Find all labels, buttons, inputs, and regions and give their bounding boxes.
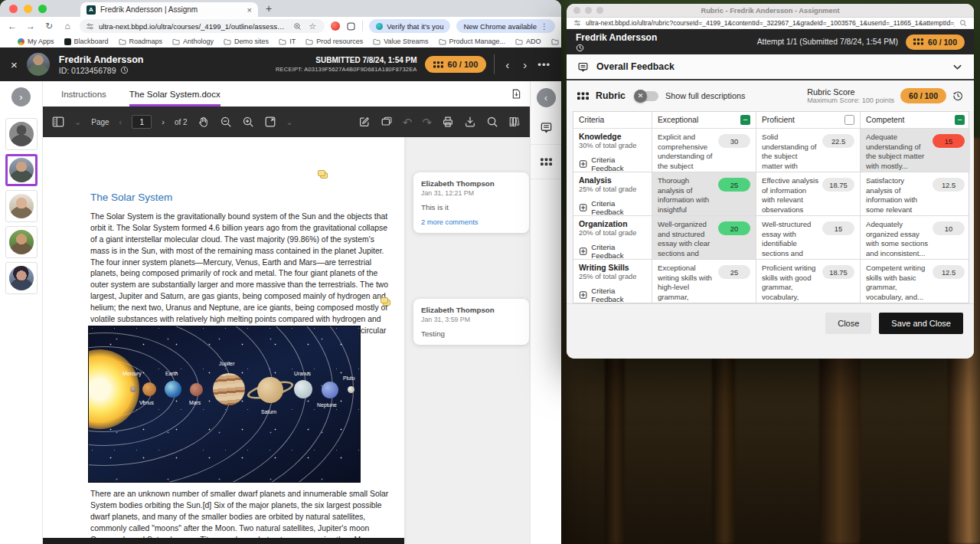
print-icon[interactable] xyxy=(442,116,454,128)
grade-pill[interactable]: 60 / 100 xyxy=(425,56,487,73)
student-list-item[interactable] xyxy=(5,118,38,150)
points-pill[interactable]: 15 xyxy=(822,221,854,235)
rubric-cell[interactable]: Adequately organized essay with some sec… xyxy=(861,216,970,259)
new-tab-button[interactable]: + xyxy=(266,2,272,15)
annotate-icon[interactable] xyxy=(358,116,371,128)
show-descriptions-toggle[interactable]: ✕ xyxy=(635,91,658,101)
bookmark-folder[interactable]: Demo sites xyxy=(224,38,269,45)
next-student-button[interactable]: › xyxy=(520,58,530,71)
document-viewport[interactable]: The Solar System The Solar System is the… xyxy=(43,137,530,544)
points-pill[interactable]: 18.75 xyxy=(822,178,854,192)
undo-icon[interactable]: ↶ xyxy=(403,116,413,128)
criteria-feedback-button[interactable]: Criteria Feedback xyxy=(579,199,646,215)
minimize-window-button[interactable] xyxy=(585,7,592,14)
maximize-window-button[interactable] xyxy=(38,5,47,13)
more-options-icon[interactable]: ••• xyxy=(537,59,550,70)
tab-instructions[interactable]: Instructions xyxy=(61,81,106,107)
extension-icon[interactable] xyxy=(331,21,340,31)
close-window-button[interactable] xyxy=(573,7,580,14)
rubric-cell[interactable]: Exceptional writing skills with high-lev… xyxy=(652,260,756,303)
grade-history-icon[interactable] xyxy=(952,90,963,101)
comment-card[interactable]: Elizabeth Thompson Jan 31, 3:59 PM Testi… xyxy=(413,299,529,345)
thumbnails-chevron-icon[interactable]: ⌄ xyxy=(74,117,81,127)
rubric-window-titlebar[interactable]: Rubric - Fredrik Andersson - Assignment xyxy=(567,4,974,18)
clock-icon[interactable] xyxy=(576,44,584,52)
more-comments-link[interactable]: 2 more comments xyxy=(421,218,521,226)
bookmark-folder[interactable]: Product Manage... xyxy=(439,38,506,45)
rubric-cell[interactable]: Competent writing skills with basic gram… xyxy=(861,260,970,303)
criteria-feedback-button[interactable]: Criteria Feedback xyxy=(579,156,646,172)
points-pill-selected[interactable]: 20 xyxy=(718,221,750,235)
maximize-window-button[interactable] xyxy=(596,7,603,14)
comment-marker-icon[interactable] xyxy=(318,170,328,179)
extensions-menu-icon[interactable] xyxy=(346,21,356,31)
previous-student-button[interactable]: ‹ xyxy=(502,58,512,71)
url-bar[interactable]: ultra-next.bbpd.io/ultra/courses/_4199_1… xyxy=(80,19,325,33)
column-checkbox-unchecked[interactable] xyxy=(844,115,854,125)
tab-document[interactable]: The Solar System.docx xyxy=(129,81,220,107)
rubric-cell[interactable]: Satisfactory analysis of information wit… xyxy=(861,172,970,215)
save-and-close-button[interactable]: Save and Close xyxy=(879,313,963,334)
bookmark-item[interactable]: My Apps xyxy=(18,38,54,45)
search-document-icon[interactable] xyxy=(486,116,498,128)
thumbnails-panel-icon[interactable] xyxy=(52,116,64,128)
collapse-panel-button[interactable]: ‹ xyxy=(537,88,556,107)
student-list-item[interactable] xyxy=(5,262,38,294)
zoom-page-icon[interactable] xyxy=(959,19,967,27)
overall-feedback-row[interactable]: Overall Feedback xyxy=(567,54,974,80)
comment-marker-icon[interactable] xyxy=(381,297,391,306)
bookmark-folder[interactable]: Prod resources xyxy=(305,38,363,45)
points-pill[interactable]: 18.75 xyxy=(822,265,854,279)
close-window-button[interactable] xyxy=(9,5,18,13)
bookmark-item[interactable]: Blackboard xyxy=(64,38,109,45)
bookmark-folder[interactable]: IT xyxy=(279,38,296,45)
points-pill[interactable]: 30 xyxy=(718,134,750,148)
rubric-cell[interactable]: Explicit and comprehensive understanding… xyxy=(652,129,756,172)
feedback-panel-icon[interactable] xyxy=(531,110,561,145)
rubric-cell-selected[interactable]: Adequate understanding of the subject ma… xyxy=(861,129,970,172)
page-number-input[interactable] xyxy=(132,115,152,129)
chrome-update-chip[interactable]: New Chrome available ⋮ xyxy=(456,19,555,33)
next-page-icon[interactable]: › xyxy=(162,117,165,126)
rubric-cell[interactable]: Effective analysis of information with r… xyxy=(756,172,861,215)
fit-page-icon[interactable] xyxy=(264,116,276,128)
kebab-menu-icon[interactable]: ⋮ xyxy=(541,22,548,31)
student-list-item-selected[interactable] xyxy=(5,154,38,186)
points-pill[interactable]: 12.5 xyxy=(933,178,965,192)
back-icon[interactable]: ← xyxy=(6,21,18,31)
comment-card[interactable]: Elizabeth Thompson Jan 31, 12:21 PM This… xyxy=(413,172,529,233)
rubric-cell-selected[interactable]: Thorough analysis of information with in… xyxy=(652,172,756,215)
download-document-icon[interactable] xyxy=(511,88,522,100)
library-icon[interactable] xyxy=(508,116,521,128)
criteria-feedback-button[interactable]: Criteria Feedback xyxy=(579,287,646,303)
zoom-page-icon[interactable] xyxy=(293,22,302,31)
points-pill[interactable]: 12.5 xyxy=(933,265,965,279)
pan-hand-icon[interactable] xyxy=(198,116,210,128)
rubric-cell-selected[interactable]: Well-organized and structured essay with… xyxy=(652,216,756,259)
chevron-down-icon[interactable] xyxy=(952,61,963,73)
bookmark-folder[interactable]: Anthology xyxy=(172,38,214,45)
rubric-score-pill[interactable]: 60 / 100 xyxy=(900,88,946,103)
minimize-window-button[interactable] xyxy=(24,5,32,13)
column-checkbox-checked[interactable]: − xyxy=(740,115,750,125)
close-grading-icon[interactable]: × xyxy=(11,58,18,71)
rubric-url-bar[interactable]: ultra-next.bbpd.io/ultra/rubric?courseId… xyxy=(567,18,974,29)
column-checkbox-checked[interactable]: − xyxy=(955,115,965,125)
comments-icon[interactable] xyxy=(381,116,393,128)
close-button[interactable]: Close xyxy=(825,313,871,334)
tab-close-icon[interactable]: × xyxy=(247,5,252,15)
zoom-in-icon[interactable] xyxy=(242,116,254,128)
previous-page-icon[interactable]: ‹ xyxy=(119,117,122,126)
bookmark-folder[interactable]: Roadmaps xyxy=(119,38,163,45)
reload-icon[interactable]: ↻ xyxy=(43,21,55,31)
rubric-cell[interactable]: Solid understanding of the subject matte… xyxy=(756,129,861,172)
clock-icon[interactable] xyxy=(120,66,129,74)
forward-icon[interactable]: → xyxy=(24,21,37,31)
rubric-panel-icon[interactable] xyxy=(531,145,561,179)
zoom-out-icon[interactable] xyxy=(220,116,232,128)
download-icon[interactable] xyxy=(464,116,476,128)
bookmark-folder[interactable]: CBE xyxy=(551,38,561,45)
home-icon[interactable]: ⌂ xyxy=(61,21,74,31)
redo-icon[interactable]: ↷ xyxy=(422,116,432,128)
site-settings-icon[interactable] xyxy=(86,22,94,31)
